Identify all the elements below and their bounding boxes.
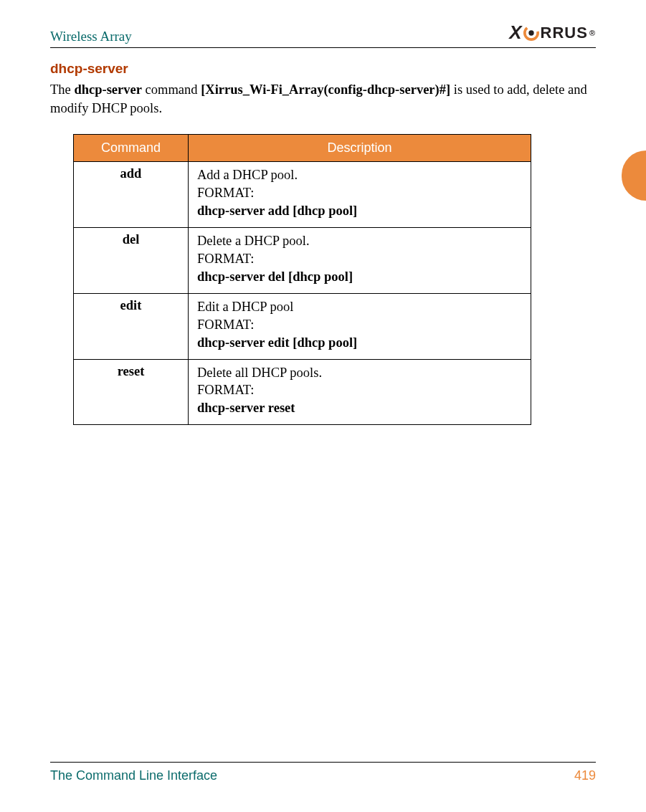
table-row: edit Edit a DHCP pool FORMAT: dhcp-serve… xyxy=(74,293,531,359)
cmd-cell: reset xyxy=(74,359,189,425)
logo-x: X xyxy=(509,22,522,44)
th-description: Description xyxy=(189,134,531,161)
desc-text: Delete a DHCP pool. xyxy=(197,232,522,250)
cmd-cell: edit xyxy=(74,293,189,359)
svg-point-1 xyxy=(528,30,533,35)
desc-format-label: FORMAT: xyxy=(197,184,522,202)
desc-format: dhcp-server reset xyxy=(197,399,522,417)
intro-mid: command xyxy=(142,82,201,97)
table-row: reset Delete all DHCP pools. FORMAT: dhc… xyxy=(74,359,531,425)
desc-text: Edit a DHCP pool xyxy=(197,298,522,316)
footer-page-number: 419 xyxy=(574,768,596,783)
cmd-cell: add xyxy=(74,161,189,227)
intro-prompt: [Xirrus_Wi-Fi_Array(config-dhcp-server)#… xyxy=(201,82,450,97)
intro-pre: The xyxy=(50,82,74,97)
desc-cell: Delete a DHCP pool. FORMAT: dhcp-server … xyxy=(189,227,531,293)
desc-cell: Add a DHCP pool. FORMAT: dhcp-server add… xyxy=(189,161,531,227)
page-footer: The Command Line Interface 419 xyxy=(50,762,596,783)
header-title: Wireless Array xyxy=(50,22,132,44)
desc-cell: Edit a DHCP pool FORMAT: dhcp-server edi… xyxy=(189,293,531,359)
brand-logo: X RRUS ® xyxy=(509,22,596,44)
desc-text: Add a DHCP pool. xyxy=(197,166,522,184)
desc-format: dhcp-server add [dhcp pool] xyxy=(197,202,522,220)
desc-format: dhcp-server edit [dhcp pool] xyxy=(197,334,522,352)
cmd-cell: del xyxy=(74,227,189,293)
desc-format: dhcp-server del [dhcp pool] xyxy=(197,268,522,286)
desc-cell: Delete all DHCP pools. FORMAT: dhcp-serv… xyxy=(189,359,531,425)
table-row: add Add a DHCP pool. FORMAT: dhcp-server… xyxy=(74,161,531,227)
desc-format-label: FORMAT: xyxy=(197,381,522,399)
intro-paragraph: The dhcp-server command [Xirrus_Wi-Fi_Ar… xyxy=(50,81,596,118)
intro-cmd: dhcp-server xyxy=(74,82,142,97)
th-command: Command xyxy=(74,134,189,161)
page: Wireless Array X RRUS ® dhcp-server The … xyxy=(0,0,646,812)
section-title: dhcp-server xyxy=(50,61,596,77)
desc-text: Delete all DHCP pools. xyxy=(197,364,522,382)
table-header-row: Command Description xyxy=(74,134,531,161)
command-table: Command Description add Add a DHCP pool.… xyxy=(73,134,531,426)
footer-section: The Command Line Interface xyxy=(50,768,217,783)
desc-format-label: FORMAT: xyxy=(197,250,522,268)
table-row: del Delete a DHCP pool. FORMAT: dhcp-ser… xyxy=(74,227,531,293)
logo-swirl-icon xyxy=(523,25,539,41)
page-header: Wireless Array X RRUS ® xyxy=(50,22,596,48)
logo-text: RRUS xyxy=(541,24,588,42)
logo-registered: ® xyxy=(589,29,596,37)
desc-format-label: FORMAT: xyxy=(197,316,522,334)
